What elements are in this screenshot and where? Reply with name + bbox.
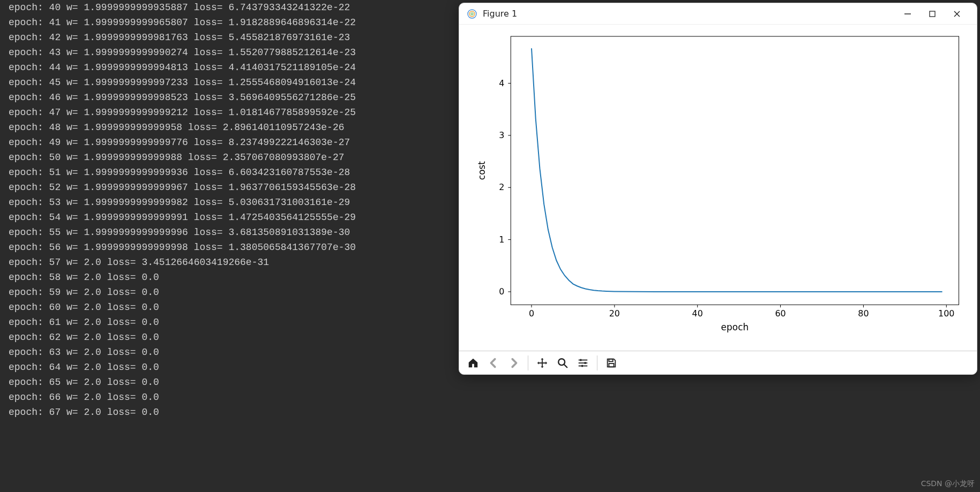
- minimize-icon: [904, 10, 911, 18]
- figure-window: Figure 1 02040608010001234epochcost: [459, 3, 977, 375]
- svg-text:80: 80: [858, 308, 869, 319]
- svg-text:0: 0: [529, 308, 534, 319]
- toolbar-save-button[interactable]: [603, 354, 620, 372]
- svg-rect-41: [609, 363, 614, 366]
- arrow-right-icon: [508, 357, 520, 369]
- toolbar-configure-button[interactable]: [574, 354, 592, 372]
- mpl-app-icon: [467, 9, 477, 19]
- toolbar-back-button[interactable]: [485, 354, 502, 372]
- arrow-left-icon: [488, 357, 499, 369]
- close-icon: [953, 10, 961, 18]
- toolbar-home-button[interactable]: [465, 354, 482, 372]
- svg-text:cost: cost: [476, 161, 487, 180]
- svg-text:2: 2: [499, 182, 504, 192]
- maximize-icon: [929, 10, 936, 18]
- watermark-text: CSDN @小龙呀: [921, 479, 975, 489]
- sliders-icon: [577, 357, 589, 369]
- svg-text:60: 60: [775, 308, 786, 319]
- window-minimize-button[interactable]: [895, 5, 920, 22]
- home-icon: [467, 357, 479, 369]
- toolbar-forward-button[interactable]: [505, 354, 522, 372]
- svg-text:40: 40: [692, 308, 703, 319]
- mpl-toolbar: [459, 351, 977, 374]
- window-maximize-button[interactable]: [920, 5, 945, 22]
- svg-rect-7: [511, 36, 959, 305]
- svg-point-2: [471, 13, 473, 15]
- svg-point-1: [469, 11, 475, 17]
- svg-rect-39: [581, 365, 583, 367]
- svg-text:0: 0: [499, 286, 504, 297]
- svg-rect-40: [609, 359, 612, 361]
- toolbar-pan-button[interactable]: [534, 354, 551, 372]
- svg-text:1: 1: [499, 234, 504, 245]
- zoom-icon: [557, 357, 568, 369]
- plot-area[interactable]: 02040608010001234epochcost: [459, 25, 977, 351]
- figure-title: Figure 1: [483, 9, 895, 19]
- svg-rect-4: [930, 11, 935, 17]
- console-output: epoch: 40 w= 1.9999999999935887 loss= 6.…: [9, 0, 356, 420]
- figure-titlebar[interactable]: Figure 1: [459, 3, 977, 25]
- svg-rect-38: [585, 362, 586, 364]
- svg-line-33: [564, 364, 567, 367]
- toolbar-separator: [528, 355, 528, 370]
- toolbar-separator: [597, 355, 597, 370]
- save-icon: [605, 357, 617, 369]
- svg-text:epoch: epoch: [721, 322, 749, 332]
- svg-text:3: 3: [499, 130, 504, 140]
- svg-text:20: 20: [609, 308, 620, 319]
- svg-text:4: 4: [499, 78, 504, 88]
- svg-text:100: 100: [938, 308, 954, 319]
- svg-rect-37: [580, 359, 582, 361]
- plot-svg: 02040608010001234epochcost: [459, 25, 977, 351]
- window-close-button[interactable]: [945, 5, 969, 22]
- toolbar-zoom-button[interactable]: [554, 354, 571, 372]
- move-icon: [536, 357, 548, 369]
